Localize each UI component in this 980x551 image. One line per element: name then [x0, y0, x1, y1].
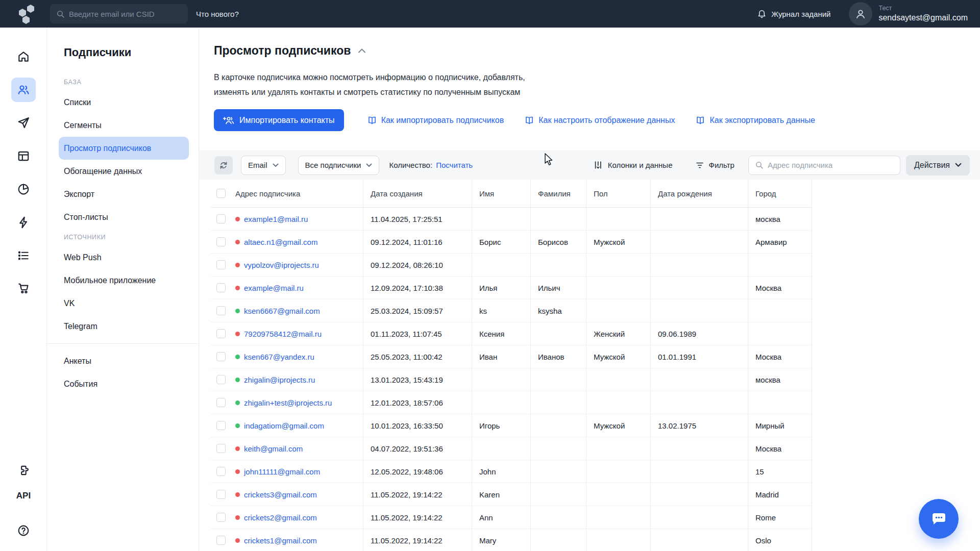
import-contacts-button[interactable]: Импортировать контакты	[214, 109, 344, 131]
subscriber-email-link[interactable]: crickets1@gmail.com	[244, 536, 317, 545]
row-checkbox[interactable]	[216, 214, 226, 223]
rail-campaigns[interactable]	[11, 111, 36, 135]
collapse-section-button[interactable]	[358, 48, 366, 54]
rail-subscribers[interactable]	[11, 78, 36, 102]
row-checkbox[interactable]	[216, 306, 226, 315]
rail-api[interactable]: API	[0, 491, 47, 501]
subscriber-email-link[interactable]: zhigalin@iprojects.ru	[244, 375, 315, 384]
sidebar-item[interactable]: Просмотр подписчиков	[59, 137, 189, 160]
subscriber-email-link[interactable]: crickets2@gmail.com	[244, 513, 317, 522]
table-row[interactable]: crickets2@gmail.com11.05.2022, 19:14:22A…	[211, 506, 812, 529]
column-header[interactable]: Дата рождения	[651, 180, 748, 208]
row-checkbox[interactable]	[216, 237, 226, 246]
table-row[interactable]: indagatiom@gmail.com10.01.2023, 16:33:50…	[211, 414, 812, 437]
avatar[interactable]	[849, 2, 872, 26]
table-row[interactable]: crickets3@gmail.com11.05.2022, 19:14:22K…	[211, 483, 812, 506]
support-chat-button[interactable]	[919, 499, 959, 539]
column-header[interactable]: Адрес подписчика	[228, 180, 363, 208]
rail-help[interactable]	[11, 518, 36, 543]
sidebar-item[interactable]: Мобильное приложение	[59, 269, 188, 292]
table-row[interactable]: ksen6667@gmail.com25.03.2024, 15:09:57ks…	[211, 299, 812, 322]
sidebar-item[interactable]: Web Push	[59, 246, 188, 269]
sidebar-item[interactable]: Экспорт	[59, 183, 188, 206]
actions-button[interactable]: Действия	[906, 155, 970, 176]
table-row[interactable]: example@mail.ru12.09.2024, 17:10:38ИльяИ…	[211, 277, 812, 299]
row-checkbox[interactable]	[216, 421, 226, 430]
subscriber-email-link[interactable]: indagatiom@gmail.com	[244, 421, 324, 430]
subscriber-email-link[interactable]: ksen667@yandex.ru	[244, 353, 314, 361]
select-all-checkbox[interactable]	[216, 189, 226, 198]
table-row[interactable]: keith@gmail.com04.07.2022, 19:51:36Москв…	[211, 437, 812, 460]
rail-integrations[interactable]	[11, 458, 36, 483]
column-header[interactable]: Пол	[586, 180, 651, 208]
row-checkbox[interactable]	[216, 260, 226, 269]
row-checkbox[interactable]	[216, 283, 226, 292]
row-checkbox[interactable]	[216, 513, 226, 522]
row-checkbox[interactable]	[216, 352, 226, 361]
subscriber-search-input[interactable]: Адрес подписчика	[748, 156, 900, 175]
subscriber-email-link[interactable]: keith@gmail.com	[244, 444, 303, 453]
audience-select[interactable]: Все подписчики	[298, 156, 380, 175]
row-checkbox[interactable]	[216, 375, 226, 384]
sidebar-item[interactable]: Стоп-листы	[59, 206, 188, 229]
book-icon	[524, 116, 534, 125]
audience-select-value: Все подписчики	[305, 161, 361, 169]
doc-link[interactable]: Как экспортировать данные	[695, 116, 815, 125]
count-calculate-link[interactable]: Посчитать	[436, 161, 473, 169]
sidebar-item[interactable]: VK	[59, 292, 188, 315]
table-row[interactable]: altaec.n1@gmail.com09.12.2024, 11:01:16Б…	[211, 231, 812, 254]
table-row[interactable]: john11111@gmail.com12.05.2022, 19:48:06J…	[211, 460, 812, 483]
table-row[interactable]: 79209758412@mail.ru01.11.2023, 11:07:45К…	[211, 322, 812, 345]
columns-and-data-button[interactable]: Колонки и данные	[594, 160, 673, 170]
column-header[interactable]: Дата создания	[363, 180, 472, 208]
table-row[interactable]: ksen667@yandex.ru25.05.2023, 11:00:42Ива…	[211, 345, 812, 368]
rail-automation[interactable]	[11, 210, 36, 235]
column-header[interactable]: Имя	[472, 180, 531, 208]
rail-lists[interactable]	[11, 243, 36, 268]
subscriber-email-link[interactable]: crickets3@gmail.com	[244, 490, 317, 499]
sidebar-item[interactable]: Обогащение данных	[59, 160, 188, 183]
column-header[interactable]: Фамилия	[531, 180, 586, 208]
refresh-button[interactable]	[214, 156, 233, 174]
global-search-input[interactable]: Введите email или CSID	[50, 4, 188, 23]
user-meta[interactable]: Тест sendsaytest@gmail.com	[878, 5, 968, 23]
sidebar-item[interactable]: Списки	[59, 91, 188, 114]
rail-statistics[interactable]	[11, 177, 36, 202]
sendsay-logo[interactable]	[11, 3, 35, 25]
sidebar-item[interactable]: События	[59, 372, 188, 395]
table-row[interactable]: vypolzov@iprojects.ru09.12.2024, 08:26:1…	[211, 254, 812, 277]
doc-link[interactable]: Как настроить отображение данных	[524, 116, 675, 125]
sidebar-item[interactable]: Telegram	[59, 315, 188, 338]
sidebar-item[interactable]: Сегменты	[59, 114, 188, 137]
row-checkbox[interactable]	[216, 329, 226, 338]
tasks-log-button[interactable]: Журнал заданий	[757, 9, 830, 19]
rail-templates[interactable]	[11, 144, 36, 168]
channel-select[interactable]: Email	[241, 156, 286, 175]
subscriber-email-link[interactable]: example@mail.ru	[244, 284, 304, 292]
table-row[interactable]: zhigalin+test@iprojects.ru12.01.2023, 18…	[211, 391, 812, 414]
subscriber-email-link[interactable]: john11111@gmail.com	[244, 467, 320, 476]
subscriber-email-link[interactable]: ksen6667@gmail.com	[244, 307, 320, 315]
subscriber-email-link[interactable]: vypolzov@iprojects.ru	[244, 261, 319, 269]
row-checkbox[interactable]	[216, 490, 226, 499]
column-header[interactable]: Город	[748, 180, 812, 208]
doc-link[interactable]: Как импортировать подписчиков	[367, 116, 504, 125]
subscriber-email-link[interactable]: altaec.n1@gmail.com	[244, 238, 317, 246]
rail-shop[interactable]	[11, 276, 36, 300]
subscriber-email-link[interactable]: 79209758412@mail.ru	[244, 330, 322, 338]
row-checkbox[interactable]	[216, 398, 226, 407]
row-checkbox[interactable]	[216, 467, 226, 476]
subscriber-email-link[interactable]: example1@mail.ru	[244, 215, 308, 223]
table-row[interactable]: example1@mail.ru11.04.2025, 17:25:51моск…	[211, 208, 812, 231]
sidebar-item[interactable]: Анкеты	[59, 349, 188, 372]
filter-button[interactable]: Фильтр	[695, 161, 734, 170]
table-row[interactable]: zhigalin@iprojects.ru13.01.2023, 15:43:1…	[211, 368, 812, 391]
user-email: sendsaytest@gmail.com	[878, 13, 968, 23]
row-checkbox[interactable]	[216, 536, 226, 545]
subscriber-email-link[interactable]: zhigalin+test@iprojects.ru	[244, 398, 332, 407]
row-checkbox[interactable]	[216, 444, 226, 453]
status-dot-red	[235, 286, 240, 290]
whats-new-link[interactable]: Что нового?	[196, 10, 239, 18]
table-row[interactable]: crickets1@gmail.com11.05.2022, 19:14:22M…	[211, 529, 812, 551]
rail-home[interactable]	[11, 44, 36, 69]
